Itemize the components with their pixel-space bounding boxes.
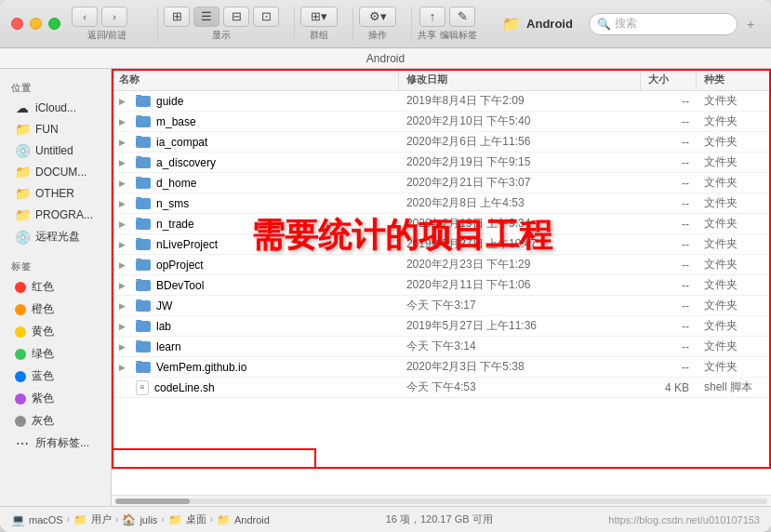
window-title-area: 📁 Android bbox=[486, 15, 589, 33]
header-date[interactable]: 修改日期 bbox=[399, 69, 641, 90]
path-sep3: › bbox=[161, 514, 164, 525]
table-row[interactable]: ▶m_base2020年2月10日 下午5:40--文件夹 bbox=[112, 112, 771, 132]
share-button[interactable]: ↑ bbox=[419, 7, 445, 27]
file-size-cell: 4 KB bbox=[641, 381, 697, 394]
file-kind-cell: 文件夹 bbox=[697, 257, 771, 273]
expand-arrow-icon[interactable]: ▶ bbox=[119, 179, 130, 188]
expand-arrow-icon[interactable]: ▶ bbox=[119, 97, 130, 106]
display-label: 显示 bbox=[212, 29, 231, 42]
scrollbar-area[interactable] bbox=[112, 495, 771, 506]
sidebar-item-icloud[interactable]: ☁ iCloud... bbox=[4, 98, 107, 118]
sidebar-item-remote[interactable]: 💿 远程光盘 bbox=[4, 226, 107, 247]
sidebar-item-red[interactable]: 红色 bbox=[4, 276, 107, 298]
icloud-icon: ☁ bbox=[15, 100, 30, 115]
table-row[interactable]: ▶JW今天 下午3:17--文件夹 bbox=[112, 296, 771, 316]
table-row[interactable]: ▶a_discovery2020年2月19日 下午9:15--文件夹 bbox=[112, 153, 771, 173]
file-size-cell: -- bbox=[641, 259, 697, 272]
file-size-cell: -- bbox=[641, 115, 697, 128]
file-name-label: a_discovery bbox=[156, 156, 216, 169]
expand-arrow-icon[interactable]: ▶ bbox=[119, 199, 130, 208]
group-group: ⊞▾ 群组 bbox=[300, 7, 338, 42]
sidebar-item-blue[interactable]: 蓝色 bbox=[4, 366, 107, 387]
expand-arrow-icon[interactable]: ▶ bbox=[119, 301, 130, 311]
sidebar-section-tags: 标签 bbox=[0, 255, 111, 275]
expand-arrow-icon[interactable]: ▶ bbox=[119, 322, 130, 331]
sidebar-item-all-tags[interactable]: ⋯ 所有标签... bbox=[4, 432, 107, 454]
titlebar: ‹ › 返回/前进 ⊞ ☰ ⊟ ⊡ 显示 ⊞▾ 群组 ⚙▾ bbox=[0, 0, 771, 48]
sidebar-item-label-blue: 蓝色 bbox=[32, 368, 54, 384]
expand-arrow-icon[interactable]: ▶ bbox=[119, 219, 130, 229]
docum-folder-icon: 📁 bbox=[15, 165, 30, 180]
expand-arrow-icon[interactable]: ▶ bbox=[119, 260, 130, 270]
file-kind-cell: 文件夹 bbox=[697, 134, 771, 150]
file-name-label: d_home bbox=[156, 177, 196, 190]
file-name-label: ia_compat bbox=[156, 136, 207, 149]
expand-arrow-icon[interactable]: ▶ bbox=[119, 158, 130, 167]
search-box[interactable]: 🔍 搜索 bbox=[589, 13, 738, 35]
file-name-label: VemPem.github.io bbox=[156, 361, 246, 374]
table-row[interactable]: ▶BDevTool2020年2月11日 下午1:06--文件夹 bbox=[112, 275, 771, 296]
scrollbar-track[interactable] bbox=[115, 499, 767, 504]
action-button[interactable]: ⚙▾ bbox=[359, 7, 396, 27]
expand-arrow-icon[interactable]: ▶ bbox=[119, 117, 130, 126]
sidebar-item-orange[interactable]: 橙色 bbox=[4, 299, 107, 320]
file-size-cell: -- bbox=[641, 197, 697, 210]
forward-button[interactable]: › bbox=[101, 7, 127, 27]
edit-tags-button[interactable]: ✎ bbox=[449, 7, 475, 27]
sidebar-item-label-orange: 橙色 bbox=[32, 301, 54, 317]
list-view-button[interactable]: ☰ bbox=[193, 7, 219, 27]
expand-arrow-icon[interactable]: ▶ bbox=[119, 281, 130, 290]
sidebar-item-untitled[interactable]: 💿 Untitled bbox=[4, 140, 107, 161]
expand-arrow-icon[interactable]: ▶ bbox=[119, 240, 130, 249]
expand-arrow-icon[interactable]: ▶ bbox=[119, 342, 130, 352]
file-date-cell: 2020年2月8日 上午4:53 bbox=[399, 195, 641, 211]
search-icon: 🔍 bbox=[597, 18, 611, 31]
table-row[interactable]: ≡codeLine.sh今天 下午4:534 KBshell 脚本 bbox=[112, 378, 771, 398]
icon-view-button[interactable]: ⊞ bbox=[164, 7, 190, 27]
back-button[interactable]: ‹ bbox=[72, 7, 98, 27]
header-name[interactable]: 名称 bbox=[112, 69, 399, 90]
sidebar-item-fun[interactable]: 📁 FUN bbox=[4, 119, 107, 140]
sidebar-item-green[interactable]: 绿色 bbox=[4, 343, 107, 365]
sidebar-item-docum[interactable]: 📁 DOCUM... bbox=[4, 162, 107, 182]
sidebar-item-yellow[interactable]: 黄色 bbox=[4, 321, 107, 342]
sidebar-item-label-untitled: Untitled bbox=[35, 144, 73, 157]
close-button[interactable] bbox=[11, 18, 23, 30]
file-size-cell: -- bbox=[641, 340, 697, 353]
table-row[interactable]: ▶learn今天 下午3:14--文件夹 bbox=[112, 337, 771, 357]
minimize-button[interactable] bbox=[30, 18, 42, 30]
sidebar-item-purple[interactable]: 紫色 bbox=[4, 388, 107, 409]
table-row[interactable]: ▶guide2019年8月4日 下午2:09--文件夹 bbox=[112, 91, 771, 112]
header-kind[interactable]: 种类 bbox=[697, 69, 771, 90]
table-row[interactable]: ▶n_sms2020年2月8日 上午4:53--文件夹 bbox=[112, 193, 771, 214]
gallery-view-button[interactable]: ⊡ bbox=[253, 7, 279, 27]
new-tab-button[interactable]: + bbox=[741, 15, 760, 33]
table-row[interactable]: ▶d_home2020年2月21日 下午3:07--文件夹 bbox=[112, 173, 771, 193]
column-view-button[interactable]: ⊟ bbox=[223, 7, 249, 27]
file-size-cell: -- bbox=[641, 361, 697, 374]
scrollbar-thumb[interactable] bbox=[115, 499, 190, 504]
file-date-cell: 2020年2月10日 下午5:40 bbox=[399, 113, 641, 129]
table-row[interactable]: ▶nLiveProject2019年5月27日 上午10:47--文件夹 bbox=[112, 234, 771, 255]
file-kind-cell: shell 脚本 bbox=[697, 379, 771, 395]
table-row[interactable]: ▶ia_compat2020年2月6日 上午11:56--文件夹 bbox=[112, 132, 771, 153]
file-name-label: opProject bbox=[156, 259, 204, 272]
table-row[interactable]: ▶VemPem.github.io2020年2月3日 下午5:38--文件夹 bbox=[112, 357, 771, 378]
file-date-cell: 2020年2月23日 下午1:29 bbox=[399, 257, 641, 273]
table-row[interactable]: ▶n_trade2020年2月19日 上午9:34--文件夹 bbox=[112, 214, 771, 234]
header-size[interactable]: 大小 bbox=[641, 69, 697, 90]
share-group: ↑ ✎ 共享 编辑标签 bbox=[418, 7, 477, 42]
maximize-button[interactable] bbox=[48, 18, 60, 30]
file-name-label: nLiveProject bbox=[156, 238, 218, 251]
table-row[interactable]: ▶lab2019年5月27日 上午11:36--文件夹 bbox=[112, 316, 771, 337]
display-icons: ⊞ ☰ ⊟ ⊡ bbox=[164, 7, 279, 27]
display-group: ⊞ ☰ ⊟ ⊡ 显示 bbox=[164, 7, 279, 42]
folder-icon bbox=[136, 280, 151, 291]
sidebar-item-other[interactable]: 📁 OTHER bbox=[4, 183, 107, 204]
sidebar-item-progra[interactable]: 📁 PROGRA... bbox=[4, 205, 107, 225]
sidebar-item-gray[interactable]: 灰色 bbox=[4, 410, 107, 432]
expand-arrow-icon[interactable]: ▶ bbox=[119, 138, 130, 147]
expand-arrow-icon[interactable]: ▶ bbox=[119, 363, 130, 372]
group-button[interactable]: ⊞▾ bbox=[300, 7, 338, 27]
table-row[interactable]: ▶opProject2020年2月23日 下午1:29--文件夹 bbox=[112, 255, 771, 275]
